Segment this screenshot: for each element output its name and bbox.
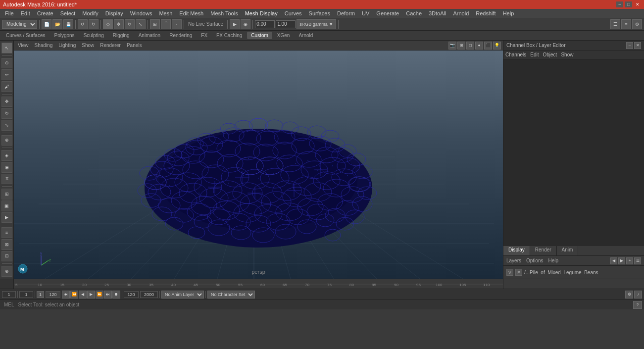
ipr-btn[interactable]: ◉ (241, 19, 250, 29)
tab-edit[interactable]: Edit (530, 52, 539, 57)
select-tool-btn[interactable]: ◇ (103, 19, 113, 29)
tab-sculpting[interactable]: Sculpting (80, 32, 108, 39)
vp-camera-btn[interactable]: 📷 (448, 42, 456, 50)
soft-select[interactable]: ◉ (1, 162, 12, 173)
open-btn[interactable]: 📂 (52, 19, 62, 29)
tab-channels[interactable]: Channels (505, 52, 526, 57)
vp-wireframe-btn[interactable]: ◻ (466, 42, 474, 50)
next-frame-btn[interactable]: ⏩ (96, 291, 103, 299)
menu-surfaces[interactable]: Surfaces (306, 10, 333, 17)
paint-tool[interactable]: ✏ (1, 69, 12, 80)
menu-select[interactable]: Select (57, 10, 79, 17)
menu-curves[interactable]: Curves (282, 10, 305, 17)
play-back-btn[interactable]: ◀ (79, 291, 87, 299)
menu-edit-mesh[interactable]: Edit Mesh (176, 10, 206, 17)
layer-icon-4[interactable]: ☰ (634, 257, 641, 264)
menu-help[interactable]: Help (500, 10, 517, 17)
menu-cache[interactable]: Cache (403, 10, 425, 17)
render-region[interactable]: ▣ (1, 200, 12, 211)
play-fwd-btn[interactable]: ▶ (87, 291, 95, 299)
attr-editor-btn[interactable]: ≡ (621, 19, 631, 29)
tab-fx[interactable]: FX (197, 32, 211, 39)
rp-close-btn[interactable]: ✕ (634, 42, 641, 49)
help-menu[interactable]: Help (548, 258, 558, 263)
layer-v-btn[interactable]: V (506, 269, 513, 276)
layer-icon-2[interactable]: ▶ (618, 257, 625, 264)
vp-menu-show[interactable]: Show (80, 42, 96, 49)
tab-object[interactable]: Object (543, 52, 557, 57)
maximize-button[interactable]: □ (625, 1, 632, 7)
menu-windows[interactable]: Windows (127, 10, 155, 17)
go-start-btn[interactable]: ⏮ (62, 291, 70, 299)
tool-settings-btn[interactable]: ⚙ (632, 19, 642, 29)
save-btn[interactable]: 💾 (63, 19, 73, 29)
snap-point-btn[interactable]: · (172, 19, 182, 29)
vp-menu-shading[interactable]: Shading (33, 42, 55, 49)
vp-menu-view[interactable]: View (16, 42, 31, 49)
render-btn[interactable]: ▶ (230, 19, 240, 29)
current-frame-input[interactable] (2, 291, 16, 298)
redo-btn[interactable]: ↻ (89, 19, 99, 29)
tab-show[interactable]: Show (561, 52, 573, 57)
tab-rendering[interactable]: Rendering (165, 32, 196, 39)
vp-menu-lighting[interactable]: Lighting (56, 42, 78, 49)
vp-light-btn[interactable]: 💡 (493, 42, 501, 50)
tab-anim[interactable]: Anim (557, 246, 579, 255)
char-set-dropdown[interactable]: No Character Set (207, 291, 255, 299)
rp-minimize-btn[interactable]: – (626, 42, 633, 49)
misc-tool-2[interactable]: ⊠ (1, 239, 12, 250)
tab-custom[interactable]: Custom (247, 32, 272, 39)
value1-input[interactable] (255, 20, 275, 28)
move-tool-left[interactable]: ✥ (1, 97, 12, 107)
menu-display[interactable]: Display (102, 10, 126, 17)
lasso-tool[interactable]: ⊙ (1, 58, 12, 69)
anim-settings-btn[interactable]: ⚙ (625, 291, 633, 299)
vp-menu-renderer[interactable]: Renderer (98, 42, 123, 49)
tab-xgen[interactable]: XGen (273, 32, 294, 39)
menu-arnold[interactable]: Arnold (450, 10, 472, 17)
menu-mesh[interactable]: Mesh (156, 10, 175, 17)
layer-icon-3[interactable]: + (626, 257, 633, 264)
ipr-left[interactable]: ▶ (1, 212, 12, 223)
menu-mesh-tools[interactable]: Mesh Tools (207, 10, 241, 17)
channel-box-btn[interactable]: ☰ (610, 19, 620, 29)
layer-icon-1[interactable]: ◀ (610, 257, 617, 264)
scale-tool-btn[interactable]: ⤡ (136, 19, 146, 29)
menu-3dtoall[interactable]: 3DtoAll (426, 10, 449, 17)
menu-create[interactable]: Create (34, 10, 56, 17)
misc-tool-3[interactable]: ⊟ (1, 251, 12, 262)
colorspace-btn[interactable]: sRGB gamma ▼ (297, 19, 336, 29)
menu-generate[interactable]: Generate (373, 10, 402, 17)
snap-grid-btn[interactable]: ⊞ (150, 19, 160, 29)
menu-mesh-display[interactable]: Mesh Display (242, 10, 281, 17)
layer-p-btn[interactable]: P (515, 269, 522, 276)
undo-btn[interactable]: ↺ (78, 19, 88, 29)
transform-tool[interactable]: ⊕ (1, 135, 12, 146)
max-frame-input[interactable] (124, 291, 139, 298)
vp-smooth-btn[interactable]: ● (475, 42, 483, 50)
menu-redshift[interactable]: Redshift (473, 10, 498, 17)
misc-tool-4[interactable]: ⊕ (1, 266, 12, 277)
tab-curves-surfaces[interactable]: Curves / Surfaces (2, 32, 49, 39)
viewport-3d[interactable]: persp z y M (14, 50, 503, 279)
frame-step-input[interactable] (19, 291, 33, 298)
menu-file[interactable]: File (2, 10, 17, 17)
tab-animation[interactable]: Animation (135, 32, 164, 39)
move-tool-btn[interactable]: ✥ (114, 19, 124, 29)
total-frames-input[interactable] (140, 291, 158, 298)
new-scene-btn[interactable]: 📄 (42, 19, 51, 29)
record-btn[interactable]: ⏺ (112, 291, 120, 299)
show-manip[interactable]: ⧖ (1, 174, 12, 185)
rotate-tool-left[interactable]: ↻ (1, 108, 12, 119)
menu-uv[interactable]: UV (359, 10, 372, 17)
snap-curve-btn[interactable]: ⌒ (161, 19, 171, 29)
tab-fx-caching[interactable]: FX Caching (212, 32, 246, 39)
close-button[interactable]: ✕ (634, 1, 641, 7)
value2-input[interactable] (276, 20, 296, 28)
tab-render[interactable]: Render (530, 246, 557, 255)
menu-deform[interactable]: Deform (334, 10, 358, 17)
sculpt-tool[interactable]: 🖌 (1, 81, 12, 92)
range-end-input[interactable] (46, 291, 60, 298)
menu-modify[interactable]: Modify (79, 10, 101, 17)
prev-frame-btn[interactable]: ⏪ (70, 291, 78, 299)
